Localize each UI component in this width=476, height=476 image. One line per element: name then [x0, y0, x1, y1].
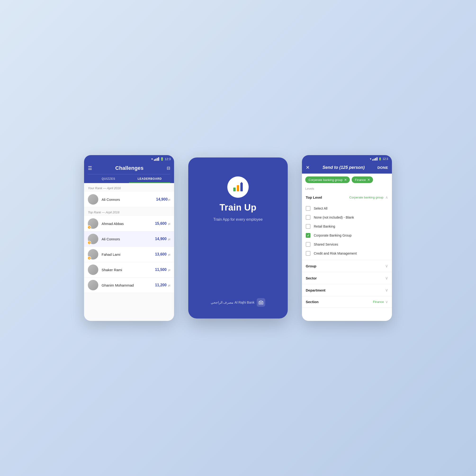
close-button[interactable]: ✕	[306, 165, 310, 170]
hamburger-icon[interactable]: ☰	[88, 165, 92, 171]
tag-label-1: Corperate banking group	[308, 178, 343, 182]
player-name-2: Ali Connors	[102, 237, 155, 241]
table-row[interactable]: Ghanim Mohammad 11,200 pt	[84, 278, 174, 293]
checkbox-label-6: Credit and Risk Management	[314, 252, 357, 255]
player-name-5: Ghanim Mohammad	[102, 283, 155, 287]
chevron-down-icon-dept: ∨	[385, 288, 388, 293]
department-row[interactable]: Department ∨	[302, 284, 392, 296]
player-name-1: Ahmad Abbas	[102, 222, 155, 226]
done-button[interactable]: DONE	[377, 166, 388, 170]
chevron-down-icon-group: ∨	[385, 263, 388, 269]
screen-challenges: ▾ 🔋 12:3 ☰ Challenges ⊟ QUIZZES LEADER	[84, 155, 174, 321]
sector-row[interactable]: Sector ∨	[302, 272, 392, 284]
svg-rect-2	[240, 183, 243, 191]
your-rank-item[interactable]: Ali Connors 14,900pt	[84, 192, 174, 207]
sendto-title: Send to (125 person)	[323, 165, 365, 170]
signal-icon-3	[372, 157, 377, 161]
checkbox-credit[interactable]: Credit and Risk Management	[302, 249, 392, 258]
bank-logo-row: Al Rajhi Bank مصرف الراجحي	[211, 298, 265, 307]
checkbox-box-6	[306, 251, 310, 256]
trainup-footer: Al Rajhi Bank مصرف الراجحي	[211, 298, 265, 307]
filter-icon[interactable]: ⊟	[167, 166, 170, 171]
sendto-header: ▾ 🔋 12:3 ✕ Send to (125 person) DONE	[302, 155, 392, 174]
checkbox-label-4: Corporate Banking Group	[314, 234, 352, 237]
group-label: Group	[306, 264, 316, 268]
svg-rect-7	[262, 302, 262, 304]
status-bar-1: ▾ 🔋 12:3	[84, 155, 174, 163]
trainup-chart-icon	[232, 181, 244, 193]
rank-badge-1: 1	[87, 225, 91, 229]
trainup-name-label: Train Up	[220, 203, 256, 213]
battery-icon-3: 🔋	[378, 157, 382, 161]
top-level-value-row: Corperate banking group ∧	[349, 195, 388, 200]
sendto-title-row: ✕ Send to (125 person) DONE	[306, 163, 388, 174]
trainup-center: Train Up Train App for every employee	[213, 176, 263, 222]
checkbox-corporate[interactable]: ✓ Corporate Banking Group	[302, 231, 392, 240]
checkbox-box-1	[306, 206, 310, 211]
trainup-logo	[227, 176, 249, 198]
chevron-up-icon: ∧	[385, 195, 388, 200]
svg-rect-0	[233, 187, 236, 191]
rank-badge-3: 3	[87, 256, 91, 260]
status-icons-3: ▾ 🔋 12:3	[370, 157, 388, 161]
avatar-3: 3	[88, 249, 98, 259]
status-time-1: 12:3	[165, 157, 171, 161]
tag-close-icon-1[interactable]: ✕	[344, 178, 347, 182]
player-score-2: 14,900 pt	[155, 237, 170, 241]
checkbox-shared[interactable]: Shared Services	[302, 240, 392, 249]
table-row[interactable]: Shaker Rami 11,500 pt	[84, 262, 174, 278]
checkbox-select-all[interactable]: Select All	[302, 204, 392, 213]
svg-rect-6	[261, 302, 261, 304]
sendto-body: Corperate banking group ✕ Finance ✕ Leve…	[302, 174, 392, 321]
checkbox-box-2	[306, 215, 310, 220]
challenges-tabs: QUIZZES LEADERBOARD	[88, 174, 170, 183]
sector-label: Sector	[306, 276, 317, 280]
screens-container: ▾ 🔋 12:3 ☰ Challenges ⊟ QUIZZES LEADER	[37, 155, 439, 321]
tab-quizzes[interactable]: QUIZZES	[88, 174, 129, 183]
checkbox-none[interactable]: None (not included) - Blank	[302, 213, 392, 222]
avatar-you	[88, 194, 98, 204]
table-row[interactable]: 2 Ali Connors 14,900 pt	[84, 231, 174, 247]
department-label: Department	[306, 288, 325, 292]
avatar-5	[88, 280, 98, 290]
checkboxes-list: Select All None (not included) - Blank R…	[302, 203, 392, 260]
tag-corperate-banking[interactable]: Corperate banking group ✕	[305, 176, 350, 183]
screen-trainup: Train Up Train App for every employee Al…	[188, 157, 288, 319]
your-rank-score: 14,900pt	[156, 197, 170, 202]
tag-finance[interactable]: Finance ✕	[352, 176, 373, 183]
section-value-row: Finance ∨	[373, 300, 388, 304]
top-level-row[interactable]: Top Level Corperate banking group ∧	[302, 192, 392, 203]
trainup-subtitle: Train App for every employee	[213, 217, 263, 222]
checkbox-label-2: None (not included) - Blank	[314, 216, 354, 219]
wifi-icon: ▾	[151, 157, 153, 161]
chevron-down-icon-sector: ∨	[385, 275, 388, 281]
checkbox-label-5: Shared Services	[314, 242, 338, 246]
tag-close-icon-2[interactable]: ✕	[367, 178, 370, 182]
checkbox-retail[interactable]: Retail Banking	[302, 222, 392, 231]
svg-marker-3	[241, 182, 242, 183]
bank-icon	[257, 298, 265, 307]
challenges-title: Challenges	[115, 165, 143, 171]
tab-leaderboard[interactable]: LEADERBOARD	[129, 174, 170, 183]
signal-icon	[154, 157, 159, 161]
challenges-title-row: ☰ Challenges ⊟	[88, 165, 170, 171]
your-rank-label: Your Rank — April 2016	[84, 183, 174, 192]
top-level-label: Top Level	[306, 195, 322, 199]
avatar-4	[88, 265, 98, 275]
section-row[interactable]: Section Finance ∨	[302, 296, 392, 308]
rank-badge-2: 2	[87, 241, 91, 245]
player-score-3: 13,600 pt	[155, 252, 170, 256]
challenges-body: Your Rank — April 2016 Ali Connors 14,90…	[84, 183, 174, 321]
challenges-header: ☰ Challenges ⊟ QUIZZES LEADERBOARD	[84, 163, 174, 183]
checkmark-icon: ✓	[307, 234, 309, 237]
levels-label: Levels	[302, 186, 392, 192]
checkbox-box-5	[306, 242, 310, 247]
avatar-2: 2	[88, 234, 98, 244]
table-row[interactable]: 3 Fahad Lami 13,600 pt	[84, 247, 174, 262]
group-row[interactable]: Group ∨	[302, 260, 392, 272]
checkbox-box-4: ✓	[306, 233, 310, 238]
table-row[interactable]: 1 Ahmad Abbas 15,600 pt	[84, 216, 174, 231]
battery-icon: 🔋	[160, 157, 164, 161]
top-rank-label: Top Rank — Arpil 2016	[84, 207, 174, 216]
avatar-1: 1	[88, 218, 98, 229]
